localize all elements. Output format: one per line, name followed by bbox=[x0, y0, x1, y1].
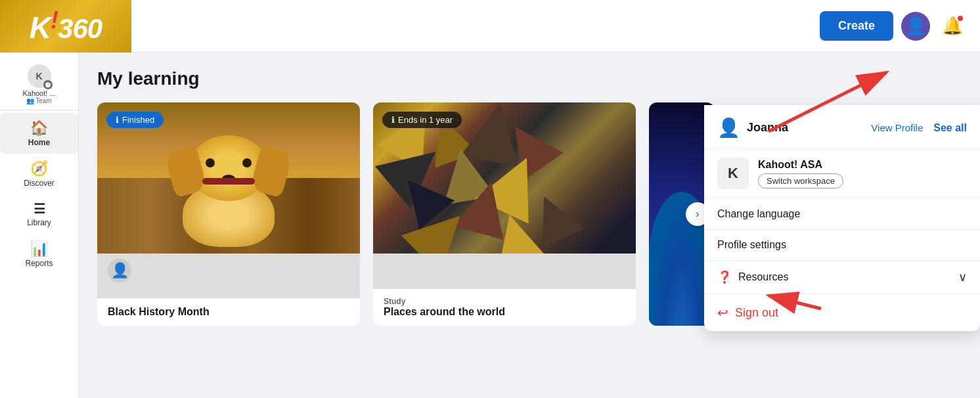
sidebar: K 🕐 Kahoot! ... 👥 Team 🏠 Home 🧭 Discover… bbox=[0, 53, 79, 398]
dropdown-workspace-avatar: K bbox=[717, 158, 749, 189]
team-icon: 👥 bbox=[26, 97, 34, 104]
dropdown-header: 👤 Joanna View Profile See all bbox=[704, 105, 980, 148]
avatar-placeholder-icon: 👤 bbox=[111, 262, 129, 279]
main-layout: K 🕐 Kahoot! ... 👥 Team 🏠 Home 🧭 Discover… bbox=[0, 53, 980, 398]
sidebar-item-label: Library bbox=[27, 218, 51, 227]
sign-out-item[interactable]: ↩ Sign out bbox=[704, 294, 980, 331]
help-circle-icon: ❓ bbox=[717, 270, 732, 284]
resources-item[interactable]: ❓ Resources ∨ bbox=[704, 261, 980, 294]
chevron-down-icon: ∨ bbox=[958, 270, 967, 284]
dropdown-workspace-name: Kahoot! ASA bbox=[758, 159, 843, 171]
info-icon: ℹ bbox=[116, 115, 119, 125]
switch-workspace-button[interactable]: Switch workspace bbox=[758, 173, 843, 188]
card-badge-ends: ℹ Ends in 1 year bbox=[382, 112, 462, 128]
sidebar-item-discover[interactable]: 🧭 Discover bbox=[0, 154, 78, 194]
user-avatar-button[interactable]: 👤 bbox=[901, 12, 930, 41]
sidebar-workspace[interactable]: K 🕐 Kahoot! ... 👥 Team bbox=[0, 59, 78, 110]
sidebar-item-label: Discover bbox=[24, 179, 55, 188]
dropdown-panel: 👤 Joanna View Profile See all K Kahoot! … bbox=[704, 105, 980, 331]
dropdown-username: Joanna bbox=[747, 121, 788, 135]
card-title: Black History Month bbox=[108, 306, 349, 318]
discover-icon: 🧭 bbox=[30, 160, 48, 177]
change-language-item[interactable]: Change language bbox=[704, 199, 980, 230]
card-title-2: Places around the world bbox=[384, 306, 625, 318]
reports-icon: 📊 bbox=[30, 240, 48, 257]
user-avatar-icon: 👤 bbox=[905, 16, 926, 36]
create-button[interactable]: Create bbox=[820, 11, 893, 41]
library-icon: ☰ bbox=[33, 201, 45, 217]
card-avatar: 👤 bbox=[108, 259, 131, 282]
workspace-team: 👥 Team bbox=[26, 97, 51, 104]
logo-text: K!360 bbox=[30, 7, 102, 45]
resources-label: Resources bbox=[738, 271, 788, 283]
header: K!360 Create 👤 🔔 bbox=[0, 0, 980, 53]
card-2[interactable]: ℹ Ends in 1 year Study Places around the… bbox=[373, 102, 636, 326]
profile-settings-item[interactable]: Profile settings bbox=[704, 230, 980, 261]
main-content: My learning bbox=[79, 53, 980, 398]
card-bottom-2: Study Places around the world bbox=[373, 289, 636, 326]
dropdown-workspace: K Kahoot! ASA Switch workspace bbox=[704, 148, 980, 199]
sidebar-item-label: Reports bbox=[25, 259, 53, 268]
workspace-avatar: K 🕐 bbox=[28, 64, 51, 88]
resources-left: ❓ Resources bbox=[717, 270, 788, 284]
logo[interactable]: K!360 bbox=[0, 0, 131, 53]
view-profile-link[interactable]: View Profile bbox=[871, 122, 923, 133]
home-icon: 🏠 bbox=[30, 120, 48, 137]
user-profile-icon: 👤 bbox=[717, 117, 740, 139]
card-1[interactable]: ℹ Finished 👤 Black History Month bbox=[97, 102, 360, 326]
workspace-name: Kahoot! ... bbox=[22, 89, 55, 97]
sidebar-item-home[interactable]: 🏠 Home bbox=[0, 113, 78, 154]
card-bottom-1: Black History Month bbox=[97, 298, 360, 326]
dropdown-workspace-info: Kahoot! ASA Switch workspace bbox=[758, 159, 843, 188]
sidebar-item-label: Home bbox=[28, 138, 50, 147]
header-right: Create 👤 🔔 bbox=[820, 11, 967, 41]
notifications-button[interactable]: 🔔 bbox=[938, 12, 967, 41]
sidebar-item-reports[interactable]: 📊 Reports bbox=[0, 234, 78, 275]
dropdown-user: 👤 Joanna bbox=[717, 117, 788, 139]
see-all-link[interactable]: See all bbox=[933, 122, 967, 134]
notification-dot bbox=[956, 14, 964, 22]
sign-out-label: Sign out bbox=[735, 306, 778, 320]
page-title: My learning bbox=[97, 68, 962, 89]
sidebar-item-library[interactable]: ☰ Library bbox=[0, 194, 78, 234]
workspace-clock-icon: 🕐 bbox=[43, 80, 53, 89]
info-icon-2: ℹ bbox=[391, 115, 395, 125]
card-category-2: Study bbox=[384, 297, 625, 306]
card-badge-finished: ℹ Finished bbox=[106, 112, 164, 128]
sign-out-icon: ↩ bbox=[717, 305, 728, 321]
